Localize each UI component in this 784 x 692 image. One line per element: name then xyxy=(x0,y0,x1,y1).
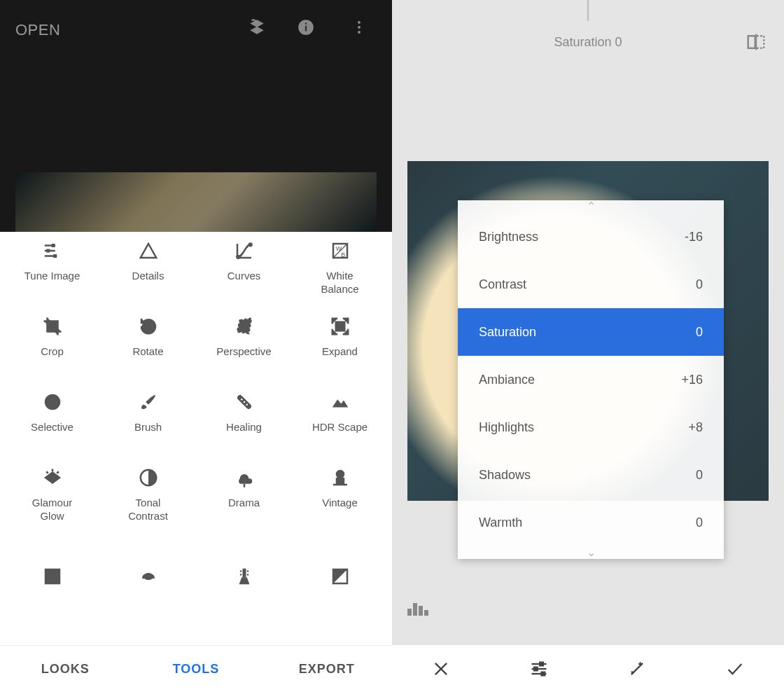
expand-icon xyxy=(328,314,352,338)
svg-marker-24 xyxy=(332,399,348,407)
tool-white-balance[interactable]: WBWhite Balance xyxy=(292,239,388,296)
svg-rect-34 xyxy=(46,569,59,583)
current-adjustment-label: Saturation 0 xyxy=(392,35,784,50)
tool-glamour-glow[interactable]: Glamour Glow xyxy=(4,466,100,523)
tool-perspective[interactable]: Perspective xyxy=(196,314,292,372)
tool-grunge[interactable]: Grunge xyxy=(196,565,292,595)
tool-retrolux[interactable]: Retrolux xyxy=(100,565,196,595)
svg-rect-55 xyxy=(540,662,543,665)
apply-button[interactable] xyxy=(686,645,784,692)
svg-rect-57 xyxy=(534,667,538,670)
tool-grainy-film[interactable]: Grainy Film xyxy=(4,565,100,595)
adjust-row-shadows[interactable]: Shadows0 xyxy=(458,451,724,499)
tool-label: Vintage xyxy=(322,497,358,523)
tab-tools[interactable]: TOOLS xyxy=(131,646,262,692)
adjustment-picker[interactable]: ⌃ Brightness-16Contrast0Saturation0Ambia… xyxy=(458,200,724,559)
svg-rect-50 xyxy=(419,606,423,616)
adjust-value: 0 xyxy=(696,325,703,340)
svg-point-11 xyxy=(248,243,251,246)
healing-icon xyxy=(232,390,256,414)
adjust-value: +8 xyxy=(688,420,703,435)
rotate-icon xyxy=(136,314,160,338)
tool-label: Perspective xyxy=(216,345,271,372)
svg-rect-7 xyxy=(46,249,50,253)
svg-rect-59 xyxy=(542,672,545,675)
bottom-tabs: LOOKS TOOLS EXPORT xyxy=(0,645,392,692)
more-icon[interactable] xyxy=(347,15,371,39)
tool-details[interactable]: Details xyxy=(100,239,196,296)
tool-label: Brush xyxy=(134,421,162,448)
edit-stack-icon[interactable] xyxy=(245,15,269,39)
adjust-row-contrast[interactable]: Contrast0 xyxy=(458,261,724,308)
cancel-button[interactable] xyxy=(392,645,490,692)
tool-crop[interactable]: Crop xyxy=(4,314,100,372)
svg-point-10 xyxy=(237,256,239,258)
tool-label: Selective xyxy=(31,421,74,448)
adjust-name: Warmth xyxy=(479,515,522,530)
adjust-name: Brightness xyxy=(479,230,538,244)
svg-point-4 xyxy=(358,26,360,29)
tool-tune-image[interactable]: Tune Image xyxy=(4,239,100,296)
svg-rect-1 xyxy=(305,26,307,32)
histogram-icon[interactable] xyxy=(407,599,431,616)
tools-screen: OPEN Tune ImageDetailsCurvesWBWhite Bala… xyxy=(0,0,392,692)
sliders-icon[interactable] xyxy=(490,645,588,692)
selective-icon xyxy=(41,390,64,414)
svg-point-35 xyxy=(49,573,51,575)
info-icon[interactable] xyxy=(294,15,318,39)
tool-label: Details xyxy=(132,270,164,296)
svg-rect-2 xyxy=(305,23,307,25)
tool-rotate[interactable]: Rotate xyxy=(100,314,196,372)
curves-icon xyxy=(232,239,256,263)
tune-image-icon xyxy=(41,239,64,263)
drama-icon xyxy=(232,466,256,490)
grainy-film-icon xyxy=(41,565,64,588)
tool-curves[interactable]: Curves xyxy=(196,239,292,296)
adjust-value: 0 xyxy=(696,515,703,530)
compare-icon[interactable] xyxy=(742,28,770,56)
adjust-row-brightness[interactable]: Brightness-16 xyxy=(458,213,724,261)
svg-rect-6 xyxy=(51,244,55,247)
tool-label: Expand xyxy=(322,345,358,372)
svg-point-31 xyxy=(337,471,344,478)
tool-healing[interactable]: Healing xyxy=(196,390,292,448)
svg-rect-8 xyxy=(53,254,57,258)
tool-drama[interactable]: Drama xyxy=(196,466,292,523)
adjust-row-ambiance[interactable]: Ambiance+16 xyxy=(458,356,724,403)
svg-marker-9 xyxy=(140,244,156,258)
adjust-row-warmth[interactable]: Warmth0 xyxy=(458,499,724,546)
svg-point-23 xyxy=(243,401,245,403)
tool-tonal-contrast[interactable]: Tonal Contrast xyxy=(100,466,196,523)
tool-label: Healing xyxy=(226,421,262,448)
adjust-value: 0 xyxy=(696,277,703,292)
tab-export[interactable]: EXPORT xyxy=(261,646,392,692)
tool-label: Crop xyxy=(41,345,64,372)
tools-panel: Tune ImageDetailsCurvesWBWhite BalanceCr… xyxy=(0,232,392,645)
tab-looks[interactable]: LOOKS xyxy=(0,646,131,692)
svg-text:B: B xyxy=(341,251,345,258)
open-button[interactable]: OPEN xyxy=(15,21,60,39)
adjust-row-highlights[interactable]: Highlights+8 xyxy=(458,403,724,451)
tool-bw[interactable]: Black & White xyxy=(292,565,388,595)
svg-rect-48 xyxy=(407,609,412,616)
white-balance-icon: WB xyxy=(328,239,352,263)
adjust-name: Saturation xyxy=(479,325,536,340)
adjust-row-saturation[interactable]: Saturation0 xyxy=(458,308,724,356)
vintage-icon xyxy=(328,466,352,490)
svg-rect-46 xyxy=(748,36,755,48)
svg-line-27 xyxy=(46,471,48,473)
glamour-glow-icon xyxy=(41,466,64,490)
tool-brush[interactable]: Brush xyxy=(100,390,196,448)
tool-expand[interactable]: Expand xyxy=(292,314,388,372)
tool-hdr-scape[interactable]: HDR Scape xyxy=(292,390,388,448)
svg-point-22 xyxy=(246,404,248,406)
adjust-value: 0 xyxy=(696,468,703,483)
tool-vintage[interactable]: Vintage xyxy=(292,466,388,523)
auto-adjust-icon[interactable] xyxy=(588,645,686,692)
adjust-value: -16 xyxy=(685,230,703,244)
bw-icon xyxy=(328,565,352,588)
tool-label: Rotate xyxy=(132,345,163,372)
tool-label: Tonal Contrast xyxy=(128,497,168,523)
tool-selective[interactable]: Selective xyxy=(4,390,100,448)
svg-marker-16 xyxy=(237,319,251,333)
